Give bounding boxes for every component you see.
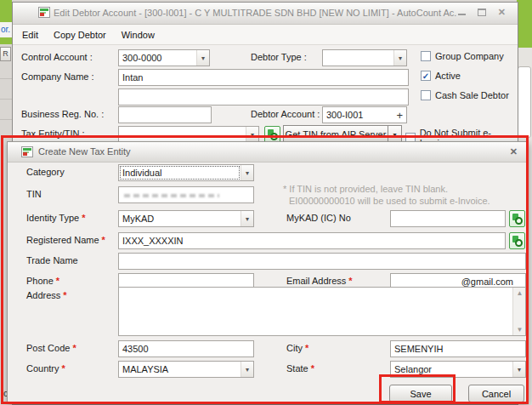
app-theme-strip: [0, 37, 12, 44]
debtor-type-select[interactable]: ▾: [322, 49, 407, 66]
menu-edit[interactable]: Edit: [14, 27, 46, 43]
window-title: Edit Debtor Account - [300-I001] - C Y M…: [54, 8, 456, 18]
background-small-button[interactable]: R: [0, 47, 11, 61]
company-name-label: Company Name :: [21, 71, 94, 82]
close-icon[interactable]: ✕: [498, 8, 506, 16]
app-theme-strip: [0, 0, 12, 22]
divider: [0, 78, 12, 79]
chevron-down-icon[interactable]: ▾: [196, 50, 209, 66]
screenshot-root: or. R c Edit Debtor Account - [300-I001]…: [0, 0, 532, 405]
business-reg-no-input[interactable]: [118, 106, 212, 123]
active-label: Active: [435, 71, 461, 81]
debtor-type-label: Debtor Type :: [251, 52, 307, 62]
annotation-save-highlight: [379, 374, 456, 403]
maximize-icon[interactable]: [478, 9, 486, 16]
debtor-account-input[interactable]: 300-I001 +: [322, 106, 407, 123]
check-icon[interactable]: ✓: [421, 71, 431, 81]
control-account-select[interactable]: 300-0000 ▾: [118, 49, 210, 66]
group-company-label: Group Company: [435, 51, 504, 61]
company-name2-input[interactable]: [118, 88, 409, 106]
annotation-modal-highlight: [1, 135, 529, 404]
plus-icon[interactable]: +: [396, 110, 403, 121]
autocount-window-icon: [38, 7, 50, 18]
cash-sale-debtor-label: Cash Sale Debtor: [435, 90, 509, 100]
divider: [0, 99, 12, 100]
debtor-account-value: 300-I001: [326, 110, 363, 120]
active-checkbox[interactable]: ✓ Active: [421, 71, 461, 81]
edit-debtor-titlebar[interactable]: Edit Debtor Account - [300-I001] - C Y M…: [13, 3, 518, 25]
background-panel: [518, 66, 531, 138]
background-link[interactable]: or.: [0, 22, 12, 37]
app-theme-strip: [517, 0, 532, 48]
debtor-type-value: [323, 50, 393, 66]
menu-window[interactable]: Window: [114, 27, 162, 43]
control-account-value: 300-0000: [119, 50, 196, 66]
divider: [0, 119, 12, 120]
company-name-input[interactable]: Intan: [118, 69, 409, 86]
chevron-down-icon[interactable]: ▾: [393, 50, 406, 66]
group-company-checkbox[interactable]: Group Company: [421, 51, 504, 61]
company-name-value: Intan: [122, 72, 143, 83]
control-account-label: Control Account :: [21, 52, 93, 62]
cash-sale-debtor-checkbox[interactable]: Cash Sale Debtor: [421, 90, 509, 100]
minimize-icon[interactable]: [458, 9, 466, 15]
debtor-account-label: Debtor Account :: [251, 109, 320, 119]
menu-copy-debtor[interactable]: Copy Debtor: [46, 27, 114, 43]
menu-bar: Edit Copy Debtor Window: [13, 25, 518, 45]
window-controls: ✕: [458, 8, 506, 16]
checkbox-icon[interactable]: [421, 51, 431, 61]
business-reg-no-label: Business Reg. No. :: [21, 109, 104, 119]
checkbox-icon[interactable]: [421, 90, 431, 100]
